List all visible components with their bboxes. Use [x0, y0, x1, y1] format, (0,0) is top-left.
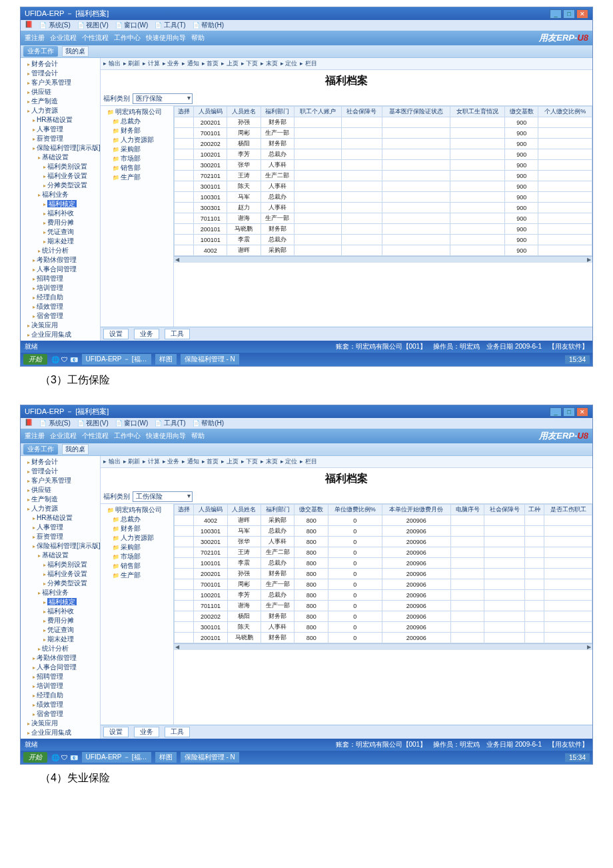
- table-row[interactable]: 702101王涛生产二部900: [175, 171, 592, 181]
- nav-item[interactable]: 凭证查询: [27, 227, 100, 237]
- table-row[interactable]: 200202杨阳财务部900: [175, 139, 592, 149]
- link-work-center[interactable]: 工作中心: [114, 431, 141, 441]
- nav-item[interactable]: 费用分摊: [27, 616, 100, 625]
- h-scrollbar[interactable]: [174, 643, 592, 650]
- maximize-icon[interactable]: □: [563, 9, 575, 19]
- toolbar-刷新[interactable]: ▸ 刷新: [123, 59, 141, 68]
- dept-item[interactable]: 销售部: [113, 561, 172, 571]
- os-taskbar[interactable]: 开始 🌐 🛡 📧 UFIDA-ERP － [福… 样图 保险福利管理 - N 1…: [21, 751, 592, 764]
- toolbar-上页[interactable]: ▸ 上页: [221, 59, 239, 68]
- nav-item[interactable]: 经理自助: [27, 293, 100, 302]
- link-personal-flow[interactable]: 个性流程: [82, 431, 109, 441]
- dept-item[interactable]: 总裁办: [113, 515, 172, 524]
- nav-item[interactable]: 人力资源: [27, 504, 100, 513]
- link-quick-guide[interactable]: 快速使用向导: [146, 431, 186, 441]
- nav-item[interactable]: 统计分析: [27, 246, 100, 255]
- table-row[interactable]: 100101李震总裁办8000200906: [175, 558, 592, 569]
- col-header[interactable]: 选择: [175, 505, 194, 515]
- col-header[interactable]: 社会保障号: [342, 107, 382, 117]
- toolbar-栏目[interactable]: ▸ 栏目: [300, 457, 317, 466]
- menu-view[interactable]: 视图(V): [77, 419, 109, 428]
- nav-item[interactable]: 招聘管理: [27, 274, 100, 283]
- toolbar-刷新[interactable]: ▸ 刷新: [123, 457, 141, 466]
- link-reregister[interactable]: 重注册: [25, 431, 45, 441]
- link-reregister[interactable]: 重注册: [25, 33, 45, 43]
- dept-tree[interactable]: 明宏鸡有限公司总裁办财务部人力资源部采购部市场部销售部生产部: [101, 106, 174, 327]
- col-header[interactable]: 选择: [175, 107, 194, 117]
- nav-item[interactable]: 经理自助: [27, 691, 100, 700]
- dept-item[interactable]: 销售部: [113, 163, 172, 173]
- table-row[interactable]: 100301马军总裁办8000200906: [175, 526, 592, 537]
- task-folder[interactable]: 样图: [155, 354, 177, 365]
- col-header[interactable]: 女职工生育情况: [450, 107, 505, 117]
- col-header[interactable]: 福利部门: [261, 107, 294, 117]
- toolbar-通知[interactable]: ▸ 通知: [182, 457, 199, 466]
- nav-item[interactable]: 福利业务: [27, 588, 100, 597]
- tab-tool[interactable]: 工具: [165, 329, 190, 339]
- nav-item[interactable]: 决策应用: [27, 719, 100, 728]
- data-grid[interactable]: 选择人员编码人员姓名福利部门缴交基数单位缴费比例%本单位开始缴费月份电脑序号社会…: [174, 504, 592, 725]
- nav-item[interactable]: 分摊类型设置: [27, 181, 100, 190]
- nav-item[interactable]: 绩效管理: [27, 302, 100, 311]
- nav-tree[interactable]: 财务会计管理会计客户关系管理供应链生产制造人力资源HR基础设置人事管理薪资管理保…: [21, 58, 101, 341]
- nav-item[interactable]: 统计分析: [27, 644, 100, 653]
- col-header[interactable]: 人员姓名: [227, 107, 261, 117]
- table-row[interactable]: 300101陈天人事科900: [175, 181, 592, 192]
- toolbar-输出[interactable]: ▸ 输出: [103, 457, 121, 466]
- nav-item[interactable]: 福利类别设置: [27, 162, 100, 171]
- table-row[interactable]: 200201孙强财务部8000200906: [175, 569, 592, 579]
- nav-item[interactable]: 福利核定: [27, 597, 100, 607]
- nav-item[interactable]: HR基础设置: [27, 115, 100, 125]
- nav-item[interactable]: 生产制造: [27, 97, 100, 106]
- toolbar-计算[interactable]: ▸ 计算: [143, 457, 160, 466]
- link-ent-flow[interactable]: 企业流程: [50, 431, 77, 441]
- task-app[interactable]: UFIDA-ERP － [福…: [82, 752, 151, 763]
- col-header[interactable]: 是否工伤职工: [544, 505, 592, 515]
- menu-tools[interactable]: 工具(T): [155, 21, 185, 30]
- col-header[interactable]: 工种: [525, 505, 544, 515]
- col-header[interactable]: 福利部门: [261, 505, 295, 515]
- nav-item[interactable]: 福利补收: [27, 209, 100, 218]
- minimize-icon[interactable]: _: [550, 407, 562, 417]
- nav-item[interactable]: 培训管理: [27, 283, 100, 293]
- nav-item[interactable]: 宿舍管理: [27, 311, 100, 321]
- col-header[interactable]: 职工个人账户: [294, 107, 341, 117]
- nav-item[interactable]: 保险福利管理[演示版]: [27, 541, 100, 551]
- nav-item[interactable]: 供应链: [27, 485, 100, 495]
- nav-item[interactable]: HR基础设置: [27, 513, 100, 523]
- toolbar-首页[interactable]: ▸ 首页: [202, 457, 219, 466]
- nav-item[interactable]: 费用分摊: [27, 218, 100, 227]
- dept-item[interactable]: 人力资源部: [113, 533, 172, 543]
- table-row[interactable]: 701101谢海生产一部8000200906: [175, 601, 592, 611]
- nav-item[interactable]: 期末处理: [27, 635, 100, 644]
- dept-item[interactable]: 采购部: [113, 145, 172, 154]
- nav-item[interactable]: 福利业务: [27, 190, 100, 199]
- link-ent-flow[interactable]: 企业流程: [50, 33, 77, 43]
- col-header[interactable]: 基本医疗保险证状态: [382, 107, 450, 117]
- nav-item[interactable]: 培训管理: [27, 681, 100, 691]
- table-row[interactable]: 200101马晓鹏财务部8000200906: [175, 633, 592, 643]
- col-header[interactable]: 电脑序号: [450, 505, 484, 515]
- table-row[interactable]: 4002谢晖采购部900: [175, 245, 592, 256]
- table-row[interactable]: 702101王涛生产二部8000200906: [175, 547, 592, 558]
- maximize-icon[interactable]: □: [563, 407, 575, 417]
- titlebar[interactable]: UFIDA-ERP － [福利档案] _ □ ✕: [21, 7, 592, 20]
- h-scrollbar[interactable]: [174, 256, 592, 263]
- nav-item[interactable]: 财务会计: [27, 59, 100, 69]
- nav-item[interactable]: 福利业务设置: [27, 569, 100, 579]
- nav-item[interactable]: 凭证查询: [27, 625, 100, 635]
- work-btn[interactable]: 我的桌: [62, 46, 89, 57]
- table-row[interactable]: 100301马军总裁办900: [175, 192, 592, 203]
- nav-item[interactable]: 招聘管理: [27, 672, 100, 681]
- tab-setup[interactable]: 设置: [103, 329, 129, 339]
- nav-item[interactable]: 宿舍管理: [27, 709, 100, 719]
- col-header[interactable]: 人员编码: [194, 505, 227, 515]
- link-help[interactable]: 帮助: [191, 33, 205, 43]
- nav-item[interactable]: 福利业务设置: [27, 171, 100, 181]
- task-folder[interactable]: 样图: [155, 752, 177, 763]
- toolbar-首页[interactable]: ▸ 首页: [202, 59, 219, 68]
- nav-item[interactable]: 基础设置: [27, 153, 100, 162]
- col-header[interactable]: 缴交基数: [505, 107, 538, 117]
- titlebar[interactable]: UFIDA-ERP － [福利档案] _ □ ✕: [21, 405, 592, 418]
- toolbar-下页[interactable]: ▸ 下页: [241, 457, 259, 466]
